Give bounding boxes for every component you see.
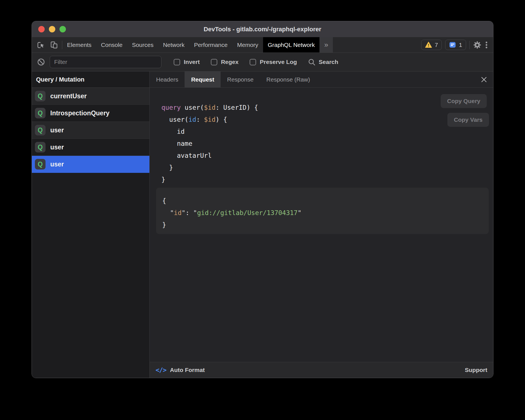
query-list-item-label: currentUser [50, 92, 87, 100]
query-list-item-label: user [50, 127, 64, 134]
toolbar-tab[interactable]: Memory [232, 37, 263, 52]
toolbar-tabs: Elements Console Sources Network [62, 37, 319, 52]
request-content: query user($id: UserID) { user(id: $id) … [150, 88, 493, 362]
search-icon [308, 58, 316, 66]
toolbar-tab-label: Console [101, 42, 123, 48]
toolbar-tab[interactable]: Network [158, 37, 189, 52]
query-list-item[interactable]: Q user [32, 156, 149, 173]
detail-tab[interactable]: Headers [150, 71, 185, 87]
toolbar-tab-label: Elements [67, 42, 92, 48]
toolbar-tab[interactable]: GraphQL Network [263, 37, 319, 52]
request-variables-box: { "id": "gid://gitlab/User/13704317"} [156, 188, 489, 234]
messages-count: 1 [459, 42, 462, 48]
warnings-badge[interactable]: 7 [421, 40, 442, 50]
message-icon [449, 41, 456, 48]
detail-panel: Headers Request Response [150, 71, 493, 378]
detail-tab-strip: Headers Request Response [150, 71, 316, 87]
query-type-letter: Q [38, 144, 43, 151]
toolbar-left-icons [32, 37, 62, 52]
detail-tab[interactable]: Request [185, 71, 221, 87]
devtools-window: DevTools - gitlab.com/-/graphql-explorer [32, 21, 493, 378]
auto-format-label: Auto Format [170, 367, 205, 373]
more-panels-button[interactable]: » [319, 37, 333, 52]
filter-option[interactable]: Preserve Log [250, 59, 297, 65]
toolbar-tab-label: Network [163, 42, 185, 48]
query-type-letter: Q [38, 127, 43, 134]
query-type-badge: Q [35, 142, 46, 152]
query-list-item[interactable]: Q user [32, 139, 149, 156]
desktop-background: DevTools - gitlab.com/-/graphql-explorer [0, 0, 525, 420]
checkbox-icon[interactable] [250, 59, 256, 65]
devtools-toolbar: Elements Console Sources Network [32, 37, 493, 53]
detail-tabs: Headers Request Response [150, 71, 493, 88]
kebab-menu-icon[interactable] [485, 41, 488, 49]
window-title: DevTools - gitlab.com/-/graphql-explorer [32, 26, 493, 33]
toolbar-tab-label: GraphQL Network [268, 42, 315, 48]
code-brackets-icon: </> [156, 366, 166, 374]
filter-bar: Invert Regex Preserve Log [32, 53, 493, 71]
checkbox-icon[interactable] [174, 59, 180, 65]
settings-gear-icon[interactable] [473, 41, 481, 49]
window-titlebar[interactable]: DevTools - gitlab.com/-/graphql-explorer [32, 21, 493, 37]
detail-tab-label: Response [227, 76, 254, 83]
toolbar-tab-label: Memory [237, 42, 258, 48]
warning-triangle-icon [425, 42, 432, 48]
query-type-badge: Q [35, 91, 46, 101]
support-link[interactable]: Support [465, 367, 487, 373]
device-toolbar-icon[interactable] [50, 41, 58, 49]
zoom-window-button[interactable] [59, 26, 66, 32]
detail-tab-label: Headers [156, 76, 178, 83]
query-type-badge: Q [35, 108, 46, 118]
copy-query-button[interactable]: Copy Query [441, 94, 487, 108]
search-label: Search [319, 59, 338, 65]
query-list-item[interactable]: Q currentUser [32, 88, 149, 105]
query-sidebar: Query / Mutation Q currentUser [32, 71, 150, 378]
close-icon [481, 77, 487, 83]
filter-options: Invert Regex Preserve Log [174, 59, 297, 65]
block-clear-icon[interactable] [37, 58, 45, 66]
query-list-item[interactable]: Q IntrospectionQuery [32, 105, 149, 122]
toolbar-tab[interactable]: Performance [189, 37, 232, 52]
close-window-button[interactable] [38, 26, 45, 32]
toolbar-tab-label: Sources [132, 42, 154, 48]
filter-option-label: Preserve Log [260, 59, 297, 65]
query-type-letter: Q [38, 109, 43, 117]
query-list: Q currentUser Q IntrospectionQuery [32, 88, 149, 173]
filter-option[interactable]: Invert [174, 59, 200, 65]
warnings-count: 7 [435, 42, 438, 48]
detail-tab[interactable]: Response (Raw) [260, 71, 316, 87]
search-control[interactable]: Search [308, 58, 338, 66]
query-type-letter: Q [38, 161, 43, 168]
query-list-item[interactable]: Q user [32, 122, 149, 139]
filter-option-label: Regex [221, 59, 238, 65]
toolbar-tab[interactable]: Console [96, 37, 127, 52]
detail-footer: </> Auto Format Support [150, 362, 493, 378]
detail-tab-label: Response (Raw) [266, 76, 310, 83]
filter-option[interactable]: Regex [211, 59, 238, 65]
query-type-badge: Q [35, 125, 46, 135]
query-list-item-label: user [50, 144, 64, 151]
detail-tab[interactable]: Response [221, 71, 260, 87]
toolbar-tab[interactable]: Sources [127, 37, 158, 52]
copy-vars-button[interactable]: Copy Vars [447, 113, 489, 127]
filter-option-label: Invert [184, 59, 200, 65]
detail-tab-label: Request [191, 76, 214, 83]
query-type-badge: Q [35, 159, 46, 170]
traffic-lights [38, 26, 66, 32]
close-detail-button[interactable] [481, 77, 487, 83]
minimize-window-button[interactable] [49, 26, 55, 32]
chevron-double-right-icon: » [324, 40, 328, 49]
toolbar-spacer [333, 37, 421, 52]
inspect-element-icon[interactable] [37, 41, 45, 49]
auto-format-button[interactable]: </> Auto Format [156, 366, 205, 374]
checkbox-icon[interactable] [211, 59, 217, 65]
messages-badge[interactable]: 1 [445, 40, 466, 50]
query-list-item-label: user [50, 161, 64, 168]
main-split: Query / Mutation Q currentUser [32, 71, 493, 378]
filter-input[interactable] [50, 56, 161, 68]
query-list-item-label: IntrospectionQuery [50, 109, 109, 117]
sidebar-header: Query / Mutation [32, 71, 149, 88]
toolbar-tab-label: Performance [194, 42, 228, 48]
request-query-code: query user($id: UserID) { user(id: $id) … [161, 102, 258, 186]
toolbar-tab[interactable]: Elements [62, 37, 96, 52]
